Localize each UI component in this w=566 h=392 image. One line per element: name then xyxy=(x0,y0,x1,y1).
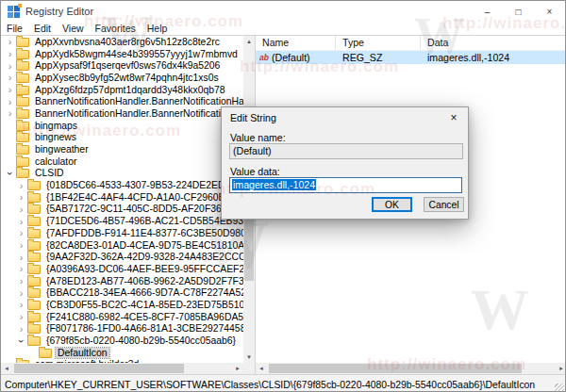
tree-item[interactable]: ›{82CA8DE3-01AD-4CEA-9D75-BE4C51810A9E} xyxy=(1,239,243,252)
folder-icon xyxy=(27,217,41,226)
tree-item[interactable]: ›{A0396A93-DC06-4AEF-BEE9-95FFCCAEF20E} xyxy=(1,263,243,275)
tree-item[interactable]: bingnews xyxy=(1,132,243,144)
folder-icon xyxy=(27,204,41,214)
chevron-right-icon[interactable]: › xyxy=(4,108,16,118)
folder-icon xyxy=(16,61,29,71)
string-value-icon: ab xyxy=(259,53,272,62)
chevron-right-icon[interactable]: › xyxy=(15,312,27,321)
chevron-right-icon[interactable]: › xyxy=(4,49,16,58)
folder-icon xyxy=(16,50,29,59)
chevron-right-icon[interactable]: › xyxy=(15,253,27,262)
tree-item[interactable]: ›AppXysec8b9yfg52wt8wr74pqhn4jtc1xs0s xyxy=(1,72,243,84)
chevron-down-icon[interactable]: › xyxy=(6,167,15,179)
chevron-right-icon[interactable]: › xyxy=(15,264,27,273)
title-bar: Registry Editor – □ × xyxy=(1,1,565,22)
scroll-down-icon[interactable]: ▾ xyxy=(243,351,255,363)
chevron-right-icon[interactable]: › xyxy=(15,181,27,190)
tree-item[interactable]: ›{1BF42E4C-4AF4-4CFD-A1A0-CF2960B8F63E} xyxy=(1,191,243,204)
horizontal-scroll-thumb[interactable] xyxy=(14,364,184,373)
folder-icon xyxy=(16,122,29,131)
tree-item-label: {9AA2F32D-362A-42D9-9328-24A483E2CCC3} xyxy=(44,252,243,262)
window-controls: – □ × xyxy=(472,1,565,22)
folder-icon xyxy=(27,193,41,203)
folder-icon xyxy=(27,288,41,298)
value-type: REG_SZ xyxy=(336,52,421,63)
chevron-right-icon[interactable]: › xyxy=(4,37,16,46)
chevron-down-icon[interactable]: › xyxy=(17,335,26,347)
menu-view[interactable]: View xyxy=(57,23,90,34)
tree-item-label: {71DCE5D6-4B57-496B-AC21-CD5B54EB93FD} xyxy=(44,216,243,226)
tree-item[interactable]: ›{F241C880-6982-4CE5-8CF7-7085BA96DA5A} xyxy=(1,311,243,323)
tree-item[interactable]: ›{71DCE5D6-4B57-496B-AC21-CD5B54EB93FD} xyxy=(1,215,243,227)
tree-item[interactable]: ›AppXzg6fdzp57dpmt1dqardd3y48kkx0qb78 xyxy=(1,84,243,96)
tree-item-label: bingnews xyxy=(33,132,78,142)
tree-item[interactable]: calculator xyxy=(1,155,243,168)
menu-favorites[interactable]: Favorites xyxy=(90,23,142,34)
tree-item[interactable]: ›AppXypsaf9f1qserqevf0sws76dx4k9a5206 xyxy=(1,59,243,72)
scroll-up-icon[interactable]: ▴ xyxy=(243,36,255,47)
chevron-right-icon[interactable]: › xyxy=(15,192,27,202)
minimize-icon[interactable]: – xyxy=(472,1,503,22)
chevron-right-icon[interactable]: › xyxy=(4,61,16,71)
column-header-name[interactable]: Name xyxy=(256,36,336,50)
edit-string-dialog: Edit String × Value name: (Default) Valu… xyxy=(221,106,469,220)
cancel-button[interactable]: Cancel xyxy=(424,197,464,212)
tree-item-label: AppXysec8b9yfg52wt8wr74pqhn4jtc1xs0s xyxy=(33,73,221,83)
tree-item[interactable]: ›{F8071786-1FD0-4A66-81A1-3CBE29274458} xyxy=(1,323,243,335)
tree-item[interactable]: ›{5AB7172C-9C11-405C-8DD5-AF20F3606282} xyxy=(1,204,243,216)
menu-edit[interactable]: Edit xyxy=(28,23,57,34)
chevron-right-icon[interactable]: › xyxy=(4,97,16,106)
chevron-right-icon[interactable]: › xyxy=(4,73,16,82)
close-icon[interactable]: × xyxy=(534,1,565,22)
tree-item[interactable]: ›{BBACC218-34EA-4666-9D7A-C78F2274A524} xyxy=(1,286,243,299)
tree-item[interactable]: ›AppXydk58wgm44se4b399557yyyj1w7mbmvd xyxy=(1,48,243,60)
value-row-default[interactable]: ab (Default) REG_SZ imageres.dll,-1024 xyxy=(256,51,566,64)
tree-horizontal-scrollbar[interactable]: ◂ ▸ xyxy=(1,363,243,374)
chevron-right-icon[interactable]: › xyxy=(15,276,27,286)
tree-item[interactable]: DefaultIcon xyxy=(1,347,243,359)
column-header-data[interactable]: Data xyxy=(421,36,566,50)
chevron-right-icon[interactable]: › xyxy=(15,240,27,250)
chevron-right-icon[interactable]: › xyxy=(15,300,27,309)
chevron-right-icon[interactable]: › xyxy=(15,204,27,214)
resize-grip-icon[interactable] xyxy=(555,384,564,392)
folder-icon xyxy=(16,97,29,106)
folder-icon xyxy=(16,109,29,119)
chevron-right-icon[interactable]: › xyxy=(15,217,27,226)
folder-icon xyxy=(27,277,41,286)
tree-item-label: AppXydk58wgm44se4b399557yyyj1w7mbmvd xyxy=(33,49,240,59)
horizontal-scroll-thumb[interactable] xyxy=(269,364,522,373)
dialog-close-icon[interactable]: × xyxy=(440,107,468,127)
tree-item[interactable]: bingweather xyxy=(1,143,243,155)
chevron-right-icon[interactable]: › xyxy=(4,85,16,94)
chevron-right-icon[interactable]: › xyxy=(15,324,27,334)
folder-icon xyxy=(27,265,41,274)
list-horizontal-scrollbar[interactable]: ◂ ▸ xyxy=(256,363,566,374)
scroll-right-icon[interactable]: ▸ xyxy=(232,363,243,374)
tree-item[interactable]: ›BannerNotificationHandler.BannerNotific… xyxy=(1,107,243,120)
tree-item-label: {A78ED123-AB77-406B-9962-2A5D9D2F7F30} xyxy=(44,276,243,286)
chevron-right-icon[interactable]: › xyxy=(15,288,27,298)
scroll-left-icon[interactable]: ◂ xyxy=(256,363,267,374)
scroll-left-icon[interactable]: ◂ xyxy=(1,363,12,374)
value-data-input[interactable]: imageres.dll,-1024 xyxy=(229,177,462,193)
tree-item[interactable]: ›AppXxvnbvsna403aer8rg6v5h12z8c8te2rc xyxy=(1,36,243,48)
tree-item[interactable]: ›{679f85cb-0220-4080-b29b-5540cc05aab6} xyxy=(1,335,243,347)
menu-file[interactable]: File xyxy=(1,23,28,34)
tree-item[interactable]: ›CLSID xyxy=(1,168,243,180)
tree-item[interactable]: ›{7AFDFDDB-F914-11E4-8377-6C3BE50D980C} xyxy=(1,227,243,239)
folder-icon xyxy=(16,157,29,167)
tree-item[interactable]: ›{CB3D0F55-BC2C-4C1A-85ED-23ED75B5106B} xyxy=(1,299,243,311)
scroll-right-icon[interactable]: ▸ xyxy=(556,363,566,374)
menu-help[interactable]: Help xyxy=(142,23,174,34)
tree-item[interactable]: ›BannerNotificationHandler.BannerNotific… xyxy=(1,95,243,107)
column-header-type[interactable]: Type xyxy=(336,36,421,50)
maximize-icon[interactable]: □ xyxy=(503,1,534,22)
tree-item[interactable]: ›{A78ED123-AB77-406B-9962-2A5D9D2F7F30} xyxy=(1,275,243,287)
tree-item[interactable]: bingmaps xyxy=(1,120,243,132)
tree-item[interactable]: ›{9AA2F32D-362A-42D9-9328-24A483E2CCC3} xyxy=(1,251,243,263)
folder-icon xyxy=(16,133,29,142)
ok-button[interactable]: OK xyxy=(372,197,412,212)
chevron-right-icon[interactable]: › xyxy=(15,228,27,237)
tree-item[interactable]: ›{018D5C66-4533-4307-9B53-224DE2ED1FE6} xyxy=(1,179,243,191)
